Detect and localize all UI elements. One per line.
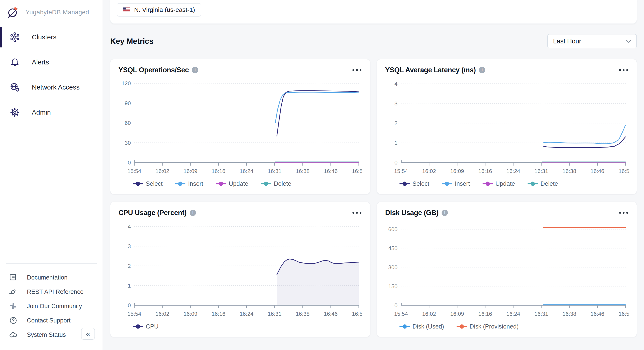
legend-label: CPU (146, 323, 158, 330)
region-chip[interactable]: N. Virginia (us-east-1) (117, 3, 201, 16)
brand-logo-row[interactable]: YugabyteDB Managed (0, 0, 102, 19)
svg-text:0: 0 (394, 160, 398, 166)
sidebar-item-admin[interactable]: Admin (0, 103, 102, 121)
legend-label: Select (412, 180, 429, 187)
legend-item-cpu[interactable]: CPU (133, 323, 158, 330)
legend-item-disk-used[interactable]: Disk (Used) (400, 323, 444, 330)
svg-text:16:31: 16:31 (268, 168, 282, 174)
chart-menu-button[interactable] (619, 210, 628, 216)
legend-item-delete[interactable]: Delete (528, 180, 558, 187)
svg-text:16:16: 16:16 (212, 311, 226, 317)
svg-text:0: 0 (394, 302, 398, 308)
chart-menu-button[interactable] (352, 210, 362, 216)
chart-legend: CPU (118, 322, 362, 332)
svg-text:0: 0 (128, 302, 131, 308)
legend-marker-icon (482, 181, 493, 186)
legend-item-select[interactable]: Select (400, 180, 429, 187)
svg-text:1: 1 (394, 140, 398, 146)
chart-title: CPU Usage (Percent) (118, 209, 186, 217)
ysql-latency-chart: 0123415:5416:0216:0916:1616:2416:3116:38… (385, 77, 628, 177)
sidebar: YugabyteDB Managed Clusters (0, 0, 103, 350)
card-header: Disk Usage (GB) i (385, 209, 628, 217)
svg-text:600: 600 (388, 226, 398, 232)
svg-text:16:31: 16:31 (534, 168, 548, 174)
legend-item-update[interactable]: Update (482, 180, 515, 187)
svg-text:1: 1 (128, 283, 131, 289)
card-header: CPU Usage (Percent) i (118, 209, 362, 217)
info-icon[interactable]: i (190, 210, 196, 216)
sidebar-item-network-access[interactable]: Network Access (0, 78, 102, 96)
legend-marker-icon (175, 181, 186, 186)
svg-text:16:24: 16:24 (240, 168, 254, 174)
svg-text:16:38: 16:38 (296, 168, 310, 174)
footer-link-documentation[interactable]: Documentation (8, 270, 97, 285)
svg-text:0: 0 (128, 160, 131, 166)
svg-text:16:46: 16:46 (324, 168, 338, 174)
svg-text:16:54: 16:54 (618, 311, 628, 317)
svg-text:120: 120 (122, 80, 131, 86)
sidebar-item-clusters[interactable]: Clusters (0, 28, 102, 46)
sidebar-item-alerts[interactable]: Alerts (0, 53, 102, 71)
svg-text:16:02: 16:02 (156, 311, 169, 317)
svg-text:2: 2 (128, 263, 131, 269)
svg-text:15:54: 15:54 (394, 168, 408, 174)
svg-text:4: 4 (394, 81, 398, 87)
legend-marker-icon (400, 181, 410, 186)
info-icon[interactable]: i (442, 210, 448, 216)
clusters-icon (10, 32, 20, 42)
svg-text:90: 90 (125, 100, 131, 106)
metrics-grid: YSQL Operations/Sec i 030609012015:5416:… (110, 59, 637, 337)
card-header: YSQL Operations/Sec i (118, 66, 362, 74)
svg-text:16:54: 16:54 (352, 311, 362, 317)
legend-label: Select (146, 180, 162, 187)
svg-text:16:31: 16:31 (268, 311, 282, 317)
legend-item-disk-provisioned[interactable]: Disk (Provisioned) (456, 323, 518, 330)
svg-text:300: 300 (388, 264, 398, 270)
svg-text:2: 2 (394, 120, 398, 126)
legend-label: Insert (455, 180, 470, 187)
footer-link-label: Join Our Community (27, 303, 82, 310)
footer-link-rest-api[interactable]: REST API Reference (8, 285, 97, 299)
svg-text:16:38: 16:38 (562, 168, 576, 174)
footer-link-community[interactable]: Join Our Community (8, 299, 97, 313)
legend-label: Delete (540, 180, 558, 187)
sidebar-item-label: Alerts (32, 58, 49, 66)
svg-text:4: 4 (128, 224, 131, 230)
slack-community-icon (8, 302, 18, 311)
chart-menu-button[interactable] (352, 67, 362, 73)
svg-text:16:24: 16:24 (506, 311, 520, 317)
legend-item-update[interactable]: Update (216, 180, 248, 187)
chart-menu-button[interactable] (619, 67, 628, 73)
legend-label: Update (496, 180, 515, 187)
svg-text:16:09: 16:09 (450, 168, 464, 174)
collapse-sidebar-button[interactable]: « (81, 328, 95, 340)
legend-item-insert[interactable]: Insert (442, 180, 470, 187)
svg-text:450: 450 (388, 245, 398, 251)
svg-text:16:24: 16:24 (506, 168, 520, 174)
footer-link-label: Contact Support (27, 317, 70, 324)
time-range-select[interactable]: Last Hour (547, 34, 637, 48)
card-disk-usage: Disk Usage (GB) i 015030045060015:5416:0… (377, 202, 637, 337)
legend-marker-icon (528, 181, 538, 186)
legend-item-delete[interactable]: Delete (261, 180, 291, 187)
svg-text:16:09: 16:09 (450, 311, 464, 317)
info-icon[interactable]: i (479, 67, 485, 73)
footer-link-support[interactable]: Contact Support (8, 313, 97, 328)
legend-item-insert[interactable]: Insert (175, 180, 203, 187)
chart-legend: Disk (Used)Disk (Provisioned) (385, 322, 628, 332)
ysql-operations-chart: 030609012015:5416:0216:0916:1616:2416:31… (118, 77, 362, 177)
network-access-globe-gear-icon (10, 82, 20, 93)
info-icon[interactable]: i (192, 67, 198, 73)
svg-text:16:02: 16:02 (422, 311, 436, 317)
svg-text:60: 60 (125, 120, 131, 126)
legend-item-select[interactable]: Select (133, 180, 162, 187)
us-flag-icon (123, 7, 130, 12)
help-circle-icon (8, 316, 18, 325)
main-content: N. Virginia (us-east-1) Key Metrics Last… (103, 0, 644, 350)
svg-text:3: 3 (394, 100, 398, 106)
rest-api-plug-icon (8, 287, 18, 297)
legend-marker-icon (216, 181, 226, 186)
legend-marker-icon (133, 324, 143, 329)
metrics-header-row: Key Metrics Last Hour (110, 34, 637, 48)
footer-link-label: System Status (27, 332, 66, 338)
